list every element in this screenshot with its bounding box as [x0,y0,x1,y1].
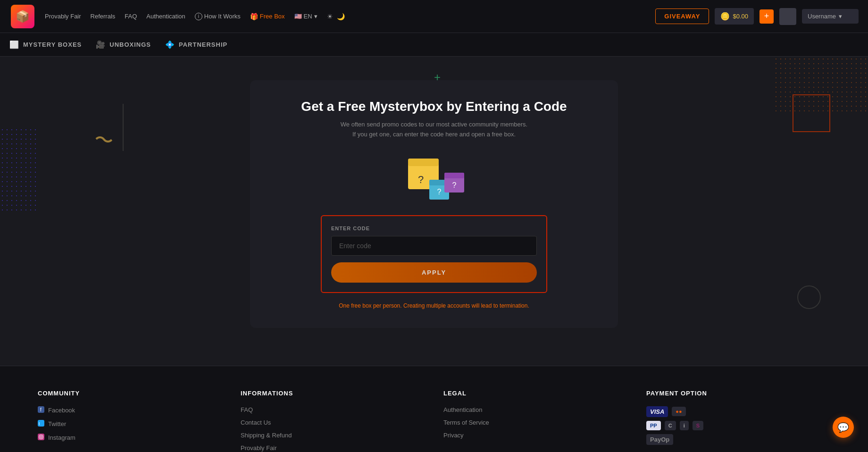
footer-privacy[interactable]: Privacy [443,432,627,439]
giveaway-button[interactable]: GIVEAWAY [655,8,709,24]
deco-dots-left [0,127,38,212]
nav-provably-fair[interactable]: Provably Fair [45,13,81,20]
footer-authentication[interactable]: Authentication [443,406,627,413]
code-input[interactable] [331,236,537,256]
flag-icon: 🇺🇸 [294,13,302,20]
footer-payment: PAYMENT OPTION VISA ●● PP C i S PayOp [646,390,830,452]
community-title: COMMUNITY [38,390,222,397]
footer-contact[interactable]: Contact Us [241,419,425,426]
deco-rect-right [793,94,830,132]
coin-icon: 🪙 [720,12,730,21]
moon-icon[interactable]: 🌙 [337,13,345,20]
svg-text:?: ? [418,174,424,185]
code-label: ENTER CODE [331,226,537,231]
user-menu-button[interactable]: Username ▾ [802,9,859,24]
warning-text: One free box per person. Creating multip… [278,302,590,309]
footer-legal: LEGAL Authentication Terms of Service Pr… [443,390,627,452]
svg-rect-7 [444,173,464,178]
logo[interactable]: 📦 [9,3,35,29]
payment-row-2: PP C i S [646,421,830,430]
info-icon: i [195,13,202,20]
svg-rect-13 [38,434,44,440]
chevron-down-icon: ▾ [839,13,842,20]
footer-instagram[interactable]: Instagram [38,434,222,442]
balance-button[interactable]: 🪙 $0.00 [715,8,754,25]
nav-authentication[interactable]: Authentication [146,13,185,20]
payop-icon: PayOp [646,434,673,445]
language-selector[interactable]: 🇺🇸 EN ▾ [294,13,317,20]
chat-button[interactable]: 💬 [833,417,854,438]
mystery-boxes-image: ? ? ? [401,154,467,201]
footer-twitter[interactable]: t Twitter [38,420,222,428]
svg-text:?: ? [452,181,457,189]
legal-title: LEGAL [443,390,627,397]
deco-squiggle: 〜 [92,126,116,155]
footer-tos[interactable]: Terms of Service [443,419,627,426]
user-avatar [779,8,796,25]
nav-referrals[interactable]: Referrals [91,13,116,20]
informations-title: INFORMATIONS [241,390,425,397]
deco-line-left [123,104,124,151]
sun-icon[interactable]: ☀ [327,13,333,20]
code-form: ENTER CODE APPLY [321,215,547,293]
chevron-down-icon: ▾ [314,13,317,20]
header-right: GIVEAWAY 🪙 $0.00 + Username ▾ [655,8,859,25]
visa-icon: VISA [646,406,668,417]
main-content: + 〜 Get a Free Mysterybox by Entering a … [0,57,868,347]
top-nav: Provably Fair Referrals FAQ Authenticati… [45,13,655,20]
payment-row-3: PayOp [646,434,830,445]
footer-facebook[interactable]: f Facebook [38,406,222,414]
svg-text:f: f [40,407,42,412]
apply-button[interactable]: APPLY [331,262,537,283]
deco-circle-right [797,285,821,309]
footer-grid: COMMUNITY f Facebook t Twitter Instagram [38,390,830,452]
footer-community: COMMUNITY f Facebook t Twitter Instagram [38,390,222,452]
logo-box: 📦 [11,5,34,28]
crypto-icon: C [665,421,676,430]
header: 📦 Provably Fair Referrals FAQ Authentica… [0,0,868,33]
footer-shipping[interactable]: Shipping & Refund [241,432,425,439]
mystery-box-icon: ⬜ [9,40,19,49]
main-nav: ⬜ MYSTERY BOXES 🎥 UNBOXINGS 💠 PARTNERSHI… [0,33,868,57]
footer: COMMUNITY f Facebook t Twitter Instagram [0,366,868,452]
info-pay-icon: i [680,421,689,430]
chat-icon: 💬 [837,422,849,433]
footer-informations: INFORMATIONS FAQ Contact Us Shipping & R… [241,390,425,452]
svg-text:?: ? [437,188,442,196]
svg-rect-1 [408,159,439,166]
free-box-card: Get a Free Mysterybox by Entering a Code… [250,80,618,328]
unboxings-icon: 🎥 [96,40,106,49]
paypal-icon: PP [646,421,661,430]
nav-how-it-works[interactable]: i How It Works [195,13,241,20]
footer-provably-fair[interactable]: Provably Fair [241,444,425,452]
card-title: Get a Free Mysterybox by Entering a Code [278,99,590,114]
mastercard-icon: ●● [672,407,685,416]
instagram-icon [38,434,44,442]
partnership-icon: 💠 [165,40,175,49]
card-subtitle: We often send promo codes to our most ac… [278,120,590,140]
payment-row-1: VISA ●● [646,406,830,417]
facebook-icon: f [38,406,44,414]
nav-faq[interactable]: FAQ [125,13,137,20]
theme-toggle[interactable]: ☀ 🌙 [327,13,345,20]
twitter-icon: t [38,420,44,428]
nav-partnership[interactable]: 💠 PARTNERSHIP [165,40,227,49]
skrill-icon: S [693,421,703,430]
footer-faq[interactable]: FAQ [241,406,425,413]
add-funds-button[interactable]: + [760,9,774,24]
nav-mystery-boxes[interactable]: ⬜ MYSTERY BOXES [9,40,82,49]
nav-unboxings[interactable]: 🎥 UNBOXINGS [96,40,151,49]
nav-free-box[interactable]: Free Box [250,13,285,20]
payment-title: PAYMENT OPTION [646,390,830,397]
